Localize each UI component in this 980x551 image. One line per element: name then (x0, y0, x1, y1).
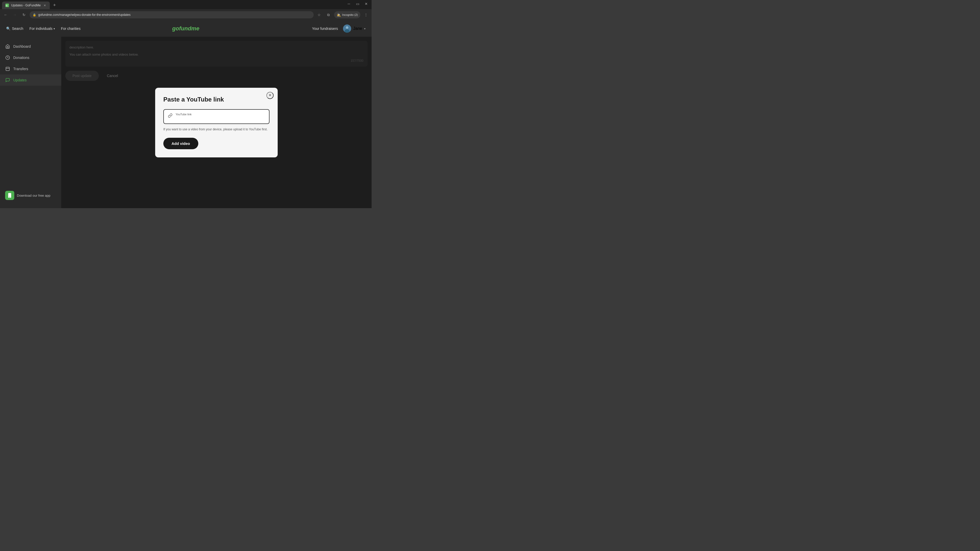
nav-right: Your fundraisers Jane ▾ (312, 24, 366, 33)
address-bar[interactable]: 🔒 gofundme.com/manage/wdywu-donate-for-t… (30, 11, 313, 18)
sidebar-bottom: Download our free app (0, 187, 61, 204)
page-content: 🔍 Search For individuals ▾ For charities… (0, 21, 372, 208)
modal-title: Paste a YouTube link (163, 96, 269, 103)
your-fundraisers-link[interactable]: Your fundraisers (312, 27, 338, 30)
youtube-input-label: YouTube link (176, 113, 265, 116)
tab-bar: G Updates - GoFundMe ✕ + ─ ▭ ✕ (0, 0, 372, 9)
browser-actions: ☆ ⧉ 🕵 Incognito (2) ⋮ (316, 11, 369, 18)
updates-icon (5, 78, 10, 83)
sidebar-item-donations[interactable]: Donations (0, 52, 61, 63)
browser-frame: G Updates - GoFundMe ✕ + ─ ▭ ✕ ← → ↻ 🔒 g… (0, 0, 372, 208)
transfers-icon (5, 66, 10, 71)
user-menu[interactable]: Jane ▾ (343, 24, 366, 33)
tab-close-button[interactable]: ✕ (43, 3, 47, 7)
modal-close-button[interactable]: × (266, 92, 274, 99)
chevron-down-icon: ▾ (54, 27, 55, 30)
minimize-button[interactable]: ─ (347, 2, 351, 6)
sidebar-label-transfers: Transfers (13, 67, 28, 71)
youtube-link-input[interactable] (176, 116, 265, 121)
search-label: Search (12, 27, 23, 30)
donations-icon (5, 55, 10, 60)
url-text: gofundme.com/manage/wdywu-donate-for-the… (38, 13, 310, 17)
main-layout: Dashboard Donations (0, 37, 372, 208)
for-charities-label: For charities (61, 27, 81, 30)
download-app-button[interactable]: Download our free app (5, 191, 56, 200)
for-individuals-label: For individuals (29, 27, 52, 30)
user-avatar (343, 24, 351, 33)
sidebar-label-dashboard: Dashboard (13, 44, 31, 48)
back-button[interactable]: ← (2, 11, 9, 18)
forward-button[interactable]: → (11, 11, 18, 18)
incognito-label: Incognito (2) (342, 13, 358, 16)
maximize-button[interactable]: ▭ (355, 2, 360, 6)
link-icon (168, 113, 172, 119)
sidebar: Dashboard Donations (0, 37, 61, 208)
app-icon (5, 191, 14, 200)
logo-text: gofundme (172, 25, 199, 32)
svg-point-3 (346, 26, 348, 29)
nav-for-charities[interactable]: For charities (61, 27, 81, 30)
bookmark-button[interactable]: ☆ (316, 11, 323, 18)
incognito-icon: 🕵 (337, 13, 341, 17)
close-window-button[interactable]: ✕ (364, 2, 369, 6)
sidebar-label-updates: Updates (13, 78, 27, 82)
search-icon: 🔍 (6, 27, 11, 30)
user-name: Jane (353, 26, 362, 31)
tab-title: Updates - GoFundMe (11, 3, 41, 7)
site-nav: 🔍 Search For individuals ▾ For charities… (0, 21, 372, 37)
sidebar-label-donations: Donations (13, 56, 29, 60)
modal-overlay[interactable]: × Paste a YouTube link YouTube link (61, 37, 372, 208)
youtube-link-modal: × Paste a YouTube link YouTube link (155, 88, 278, 157)
incognito-button[interactable]: 🕵 Incognito (2) (334, 11, 360, 18)
reload-button[interactable]: ↻ (21, 11, 27, 18)
nav-logo: gofundme (172, 25, 199, 32)
nav-search[interactable]: 🔍 Search (6, 27, 23, 30)
nav-left: 🔍 Search For individuals ▾ For charities (6, 27, 81, 30)
extensions-button[interactable]: ⧉ (325, 11, 332, 18)
address-bar-row: ← → ↻ 🔒 gofundme.com/manage/wdywu-donate… (0, 9, 372, 21)
add-video-button[interactable]: Add video (163, 138, 198, 149)
user-chevron-icon: ▾ (364, 27, 366, 30)
youtube-input-wrapper[interactable]: YouTube link (163, 109, 269, 124)
secure-icon: 🔒 (33, 13, 36, 17)
new-tab-button[interactable]: + (51, 2, 58, 9)
nav-for-individuals[interactable]: For individuals ▾ (29, 27, 55, 30)
sidebar-item-dashboard[interactable]: Dashboard (0, 41, 61, 52)
sidebar-item-transfers[interactable]: Transfers (0, 63, 61, 75)
home-icon (5, 44, 10, 49)
download-app-label: Download our free app (17, 194, 51, 197)
tab-favicon: G (5, 3, 9, 7)
active-tab[interactable]: G Updates - GoFundMe ✕ (2, 2, 50, 9)
modal-hint: If you want to use a video from your dev… (163, 127, 269, 132)
menu-button[interactable]: ⋮ (363, 11, 369, 18)
svg-rect-6 (6, 67, 10, 71)
window-controls: ─ ▭ ✕ (347, 2, 369, 6)
content-area: description here. You can attach some ph… (61, 37, 372, 208)
youtube-input-inner: YouTube link (176, 113, 265, 121)
svg-text:G: G (6, 4, 8, 7)
sidebar-item-updates[interactable]: Updates (0, 75, 61, 86)
